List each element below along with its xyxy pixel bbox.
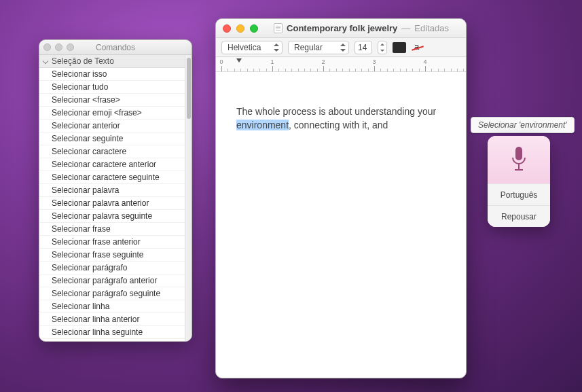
font-style-value: Regular [294, 43, 323, 52]
text-after: , connecting with it, and [289, 120, 388, 130]
dictation-rest-button[interactable]: Repousar [488, 205, 550, 227]
ruler-label: 0 [219, 58, 223, 65]
command-item[interactable]: Selecionar linha seguinte [39, 326, 185, 339]
command-item[interactable]: Selecionar seguinte [39, 132, 185, 145]
tooltip-text: Selecionar 'environment' [478, 120, 567, 130]
command-item[interactable]: Selecionar isso [39, 68, 185, 81]
ruler-label: 4 [423, 58, 426, 65]
command-item[interactable]: Selecionar linha anterior [39, 313, 185, 326]
zoom-icon[interactable] [250, 24, 258, 33]
command-item[interactable]: Selecionar parágrafo [39, 262, 185, 274]
font-family-select[interactable]: Helvetica [221, 41, 283, 54]
commands-window: Comandos Seleção de Texto Selecionar iss… [39, 39, 192, 342]
document-subtitle: Editadas [414, 23, 449, 33]
strike-color-icon[interactable] [412, 42, 424, 53]
command-item[interactable]: Selecionar parágrafo anterior [39, 274, 185, 287]
command-item[interactable]: Selecionar parágrafo seguinte [39, 287, 185, 300]
font-size-value: 14 [358, 43, 367, 52]
command-item[interactable]: Selecionar frase [39, 223, 185, 236]
scrollbar-thumb[interactable] [187, 58, 191, 119]
dictation-language-label: Português [501, 190, 538, 200]
command-item[interactable]: Selecionar anterior [39, 120, 185, 132]
font-family-value: Helvetica [228, 43, 261, 52]
font-size-stepper[interactable] [378, 41, 387, 54]
commands-section-label: Seleção de Texto [52, 56, 114, 66]
updown-icon [340, 43, 346, 52]
text-before: The whole process is about understanding… [236, 106, 436, 117]
commands-titlebar[interactable]: Comandos [39, 40, 192, 55]
tab-stop-icon[interactable] [236, 58, 242, 63]
textedit-titlebar[interactable]: Contemporary folk jewelry — Editadas [216, 19, 466, 38]
microphone-area[interactable] [488, 136, 550, 183]
commands-window-title: Comandos [39, 43, 192, 52]
command-item[interactable]: Selecionar caractere seguinte [39, 171, 185, 184]
microphone-icon [509, 145, 529, 174]
command-item[interactable]: Selecionar palavra anterior [39, 197, 185, 210]
document-title-area[interactable]: Contemporary folk jewelry — Editadas [263, 23, 459, 33]
command-item[interactable]: Selecionar caractere [39, 145, 185, 158]
commands-body: Seleção de Texto Selecionar issoSelecion… [39, 55, 192, 341]
document-icon [274, 23, 283, 33]
chevron-down-icon [42, 58, 49, 65]
format-toolbar: Helvetica Regular 14 [216, 38, 466, 57]
command-item[interactable]: Selecionar palavra [39, 184, 185, 197]
command-item[interactable]: Selecionar palavra seguinte [39, 210, 185, 223]
scrollbar[interactable] [185, 55, 192, 341]
text-color-swatch[interactable] [393, 42, 406, 53]
command-item[interactable]: Selecionar frase seguinte [39, 249, 185, 262]
document-content[interactable]: The whole process is about understanding… [216, 72, 466, 378]
document-title: Contemporary folk jewelry [287, 23, 397, 33]
dictation-panel: Português Repousar [488, 136, 550, 227]
ruler[interactable]: 01234 [216, 57, 466, 72]
commands-section-header[interactable]: Seleção de Texto [39, 55, 185, 68]
font-style-select[interactable]: Regular [288, 41, 349, 54]
selected-text: environment [236, 120, 289, 130]
command-item[interactable]: Selecionar linha [39, 300, 185, 313]
document-subtitle-sep: — [401, 23, 410, 33]
dictation-language-button[interactable]: Português [488, 183, 550, 205]
command-item[interactable]: Selecionar <frase> [39, 94, 185, 107]
minimize-icon[interactable] [236, 24, 244, 33]
command-item[interactable]: Selecionar tudo [39, 81, 185, 94]
commands-list: Seleção de Texto Selecionar issoSelecion… [39, 55, 185, 341]
command-item[interactable]: Selecionar <contagem> caracte… [39, 339, 185, 341]
svg-rect-0 [515, 147, 522, 160]
command-item[interactable]: Selecionar caractere anterior [39, 158, 185, 171]
ruler-label: 3 [372, 58, 376, 65]
updown-icon [274, 43, 279, 52]
ruler-label: 2 [321, 58, 325, 65]
dictation-feedback-tooltip: Selecionar 'environment' [471, 117, 575, 133]
dictation-rest-label: Repousar [501, 212, 536, 221]
ruler-label: 1 [270, 58, 274, 65]
close-icon[interactable] [223, 24, 231, 33]
font-size-field[interactable]: 14 [354, 41, 372, 54]
command-item[interactable]: Selecionar emoji <frase> [39, 107, 185, 120]
textedit-window: Contemporary folk jewelry — Editadas Hel… [215, 18, 467, 378]
command-item[interactable]: Selecionar frase anterior [39, 236, 185, 249]
traffic-lights [223, 24, 258, 33]
